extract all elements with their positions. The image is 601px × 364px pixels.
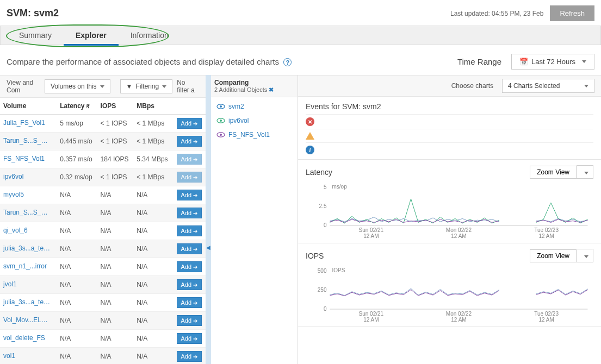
warning-icon — [306, 132, 314, 140]
add-button[interactable]: Add ➔ — [177, 279, 202, 290]
volume-link[interactable]: ipv6vol — [3, 173, 23, 180]
zoom-view-button[interactable]: Zoom View — [530, 249, 577, 262]
volume-link[interactable]: julia_3s...a_test3 — [3, 244, 51, 252]
arrow-right-icon: ➔ — [193, 246, 197, 252]
svg-text:Tue 02/23: Tue 02/23 — [534, 227, 559, 233]
arrow-right-icon: ➔ — [193, 318, 197, 324]
col-volume[interactable]: Volume — [0, 98, 57, 115]
col-latency[interactable]: Latency↓₹ — [57, 98, 97, 115]
volume-link[interactable]: qi_vol_6 — [3, 227, 28, 234]
arrow-right-icon: ➔ — [193, 336, 197, 342]
add-button[interactable]: Add ➔ — [177, 118, 202, 129]
zoom-view-caret[interactable] — [577, 165, 593, 179]
add-button[interactable]: Add ➔ — [177, 208, 202, 218]
arrow-right-icon: ➔ — [193, 156, 197, 162]
volume-link[interactable]: Julia_FS_Vol1 — [3, 119, 45, 127]
table-row: qi_vol_6N/AN/AN/AAdd ➔ — [0, 222, 206, 240]
tab-explorer[interactable]: Explorer — [64, 26, 119, 45]
compare-item[interactable]: svm2 — [211, 99, 298, 114]
table-row: FS_NFS_Vol10.357 ms/o184 IOPS5.34 MBpsAd… — [0, 150, 206, 168]
add-button[interactable]: Add ➔ — [177, 190, 202, 200]
add-button[interactable]: Add ➔ — [177, 243, 202, 254]
volume-link[interactable]: Tarun_S...S_Vol1 — [3, 137, 51, 145]
iops-cell: N/A — [97, 348, 134, 365]
chart-section: LatencyZoom Viewms/op02.55Sun 02/2112 AM… — [298, 160, 601, 243]
mbps-cell: < 1 MBps — [133, 115, 172, 133]
iops-cell: N/A — [97, 258, 134, 276]
time-range-button[interactable]: 📅 Last 72 Hours — [511, 54, 594, 70]
mbps-cell: N/A — [133, 330, 172, 348]
add-button[interactable]: Add ➔ — [177, 351, 202, 362]
table-row: julia_3s...a_test3N/AN/AN/AAdd ➔ — [0, 240, 206, 258]
svg-text:12 AM: 12 AM — [451, 233, 466, 239]
iops-cell: 184 IOPS — [97, 150, 134, 168]
latency-cell: N/A — [57, 240, 97, 258]
latency-cell: N/A — [57, 186, 97, 204]
arrow-right-icon: ➔ — [193, 192, 197, 198]
zoom-view-caret[interactable] — [577, 249, 593, 262]
svg-point-5 — [220, 134, 222, 136]
col-iops[interactable]: IOPS — [97, 98, 134, 115]
svg-text:12 AM: 12 AM — [451, 317, 466, 323]
eye-icon — [216, 104, 225, 109]
filter-icon: ▼ — [126, 83, 133, 90]
arrow-right-icon: ➔ — [193, 264, 197, 270]
volume-link[interactable]: vol_delete_FS — [3, 334, 45, 342]
volume-link[interactable]: vol1 — [3, 352, 15, 360]
volume-link[interactable]: Tarun_S...S_Vol2 — [3, 209, 51, 216]
svg-text:0: 0 — [324, 222, 327, 228]
mbps-cell: N/A — [133, 276, 172, 294]
event-row-critical: ✕ — [306, 114, 593, 129]
add-button[interactable]: Add ➔ — [177, 315, 202, 326]
compare-item[interactable]: ipv6vol — [211, 114, 298, 128]
table-row: svm_n1_...irrorN/AN/AN/AAdd ➔ — [0, 258, 206, 276]
caret-down-icon — [100, 85, 104, 88]
mbps-cell: N/A — [133, 186, 172, 204]
iops-cell: < 1 IOPS — [97, 168, 134, 186]
refresh-button[interactable]: Refresh — [550, 5, 594, 21]
tab-summary[interactable]: Summary — [7, 26, 64, 45]
zoom-view-button[interactable]: Zoom View — [530, 166, 577, 179]
tab-information[interactable]: Information — [119, 26, 181, 45]
mbps-cell: < 1 MBps — [133, 133, 172, 150]
compare-item[interactable]: FS_NFS_Vol1 — [211, 128, 298, 142]
svg-text:IOPS: IOPS — [332, 267, 345, 273]
time-range-label: Time Range — [457, 57, 501, 66]
calendar-icon: 📅 — [519, 58, 528, 66]
collapse-strip[interactable]: ◀ — [206, 75, 211, 364]
last-updated: Last updated: 04:55 PM, 23 Feb — [450, 10, 543, 17]
add-button[interactable]: Add ➔ — [177, 136, 202, 147]
help-icon[interactable]: ? — [283, 58, 292, 66]
svg-text:12 AM: 12 AM — [363, 233, 379, 239]
volume-link[interactable]: Vol_Mov...ELETE — [3, 316, 51, 324]
arrow-right-icon: ➔ — [193, 174, 197, 180]
add-button[interactable]: Add ➔ — [177, 333, 202, 344]
charts-selected-dropdown[interactable]: 4 Charts Selected — [502, 79, 594, 93]
add-button[interactable]: Add ➔ — [177, 261, 202, 272]
page-title: SVM: svm2 — [7, 8, 450, 19]
table-row: myvol5N/AN/AN/AAdd ➔ — [0, 186, 206, 204]
add-button[interactable]: Add ➔ — [177, 225, 202, 236]
mbps-cell: N/A — [133, 204, 172, 222]
arrow-right-icon: ➔ — [193, 228, 197, 234]
volume-link[interactable]: myvol5 — [3, 191, 24, 198]
volume-link[interactable]: julia_3s...a_test1 — [3, 298, 51, 306]
volumes-dropdown[interactable]: Volumes on this — [45, 79, 110, 93]
svg-text:0: 0 — [324, 306, 327, 312]
arrow-right-icon: ➔ — [193, 300, 197, 306]
filtering-dropdown[interactable]: ▼ Filtering — [120, 79, 173, 93]
eye-icon — [216, 118, 225, 123]
compare-item-label: FS_NFS_Vol1 — [228, 131, 270, 139]
clear-compare-button[interactable]: ✖ — [269, 86, 274, 93]
latency-cell: N/A — [57, 330, 97, 348]
caret-down-icon — [162, 85, 166, 88]
volume-link[interactable]: jvol1 — [3, 280, 17, 288]
caret-down-icon — [584, 172, 588, 174]
caret-down-icon — [584, 85, 588, 87]
volume-link[interactable]: FS_NFS_Vol1 — [3, 155, 45, 162]
table-row: Tarun_S...S_Vol10.445 ms/o< 1 IOPS< 1 MB… — [0, 133, 206, 150]
add-button[interactable]: Add ➔ — [177, 297, 202, 308]
col-mbps[interactable]: MBps — [133, 98, 172, 115]
table-row: ipv6vol0.32 ms/op< 1 IOPS< 1 MBpsAdd ➔ — [0, 168, 206, 186]
volume-link[interactable]: svm_n1_...irror — [3, 262, 47, 270]
